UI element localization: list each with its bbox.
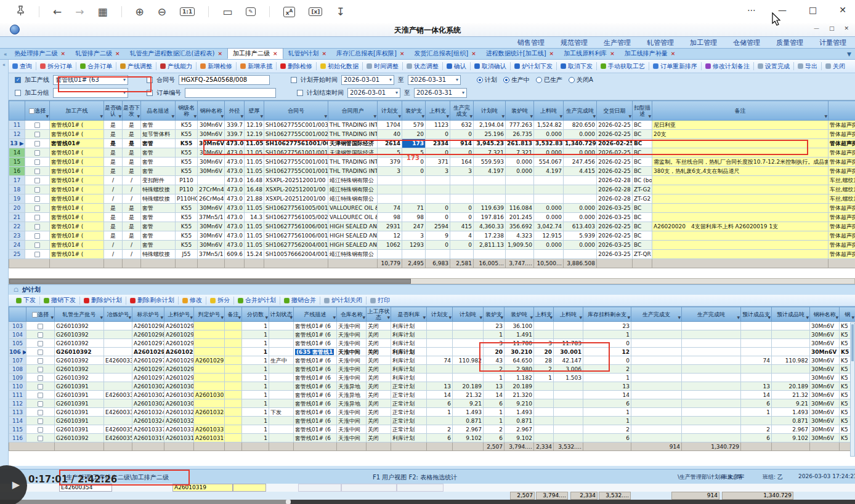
- cell[interactable]: 生产中: [269, 356, 294, 365]
- cell[interactable]: E42600358: [104, 425, 132, 434]
- cell[interactable]: A26010337: [132, 425, 164, 434]
- cell[interactable]: [682, 374, 741, 382]
- cell[interactable]: BC: [633, 148, 652, 158]
- cell[interactable]: [506, 176, 534, 185]
- cell[interactable]: 天淮中间: [337, 348, 367, 356]
- cell[interactable]: G26010392: [55, 330, 104, 339]
- cell[interactable]: 靖江特殊钢有限公: [328, 176, 378, 185]
- filter-icon[interactable]: ▼: [737, 314, 740, 321]
- cell[interactable]: [554, 382, 583, 391]
- cell[interactable]: 1: [583, 374, 631, 382]
- col-header-合同用户[interactable]: 合同用户▼: [328, 101, 378, 121]
- cell[interactable]: K55: [176, 167, 198, 176]
- cell[interactable]: [474, 194, 506, 204]
- cell[interactable]: 靖江特殊钢有限公: [328, 194, 378, 204]
- app-minimize-icon[interactable]: —: [814, 25, 819, 31]
- cell[interactable]: 339.7: [225, 130, 245, 139]
- cell[interactable]: SH10627755C001/003: [264, 121, 328, 130]
- row-checkbox[interactable]: [38, 393, 43, 398]
- cell[interactable]: 14: [484, 391, 504, 399]
- cell[interactable]: 473.0: [225, 148, 245, 158]
- cell[interactable]: [631, 374, 682, 382]
- header-checkbox[interactable]: [32, 312, 38, 318]
- more-menu-icon[interactable]: ⋯: [747, 5, 756, 15]
- cell[interactable]: 0.000: [564, 204, 597, 213]
- cell[interactable]: 特殊螺纹接: [141, 185, 176, 194]
- row-number[interactable]: 11: [9, 121, 25, 130]
- toolbar-button-删除炉计划[interactable]: 删除炉计划: [81, 296, 124, 305]
- scrubber-handle[interactable]: [286, 500, 291, 504]
- cell[interactable]: 3: [402, 231, 426, 241]
- cell[interactable]: 17.238: [474, 231, 506, 241]
- cell[interactable]: A26010324: [132, 417, 164, 425]
- cell[interactable]: 套管线01# (: [50, 194, 104, 204]
- filter-icon[interactable]: ▼: [324, 113, 327, 119]
- group-filter-checkbox[interactable]: [15, 90, 21, 96]
- cell[interactable]: G26010392: [55, 365, 104, 374]
- cell[interactable]: 是: [123, 222, 141, 231]
- cell[interactable]: [378, 250, 402, 259]
- cell[interactable]: SH106277561005/002: [264, 213, 328, 222]
- cell[interactable]: 套管线01# (6: [294, 425, 337, 434]
- cell[interactable]: BC: [633, 139, 652, 148]
- cell[interactable]: 0.000: [506, 158, 534, 167]
- col-header-计划吨[interactable]: 计划吨▼: [474, 101, 506, 121]
- cell[interactable]: 1062: [378, 241, 402, 250]
- cell[interactable]: 天淮中间: [337, 408, 367, 417]
- cell[interactable]: 28: [534, 356, 554, 365]
- cell[interactable]: 天淮中间: [337, 322, 367, 330]
- cell[interactable]: 0: [426, 213, 450, 222]
- filter-icon[interactable]: ▼: [238, 314, 241, 321]
- cell[interactable]: 473.0: [225, 158, 245, 167]
- cell[interactable]: 473.0: [225, 185, 245, 194]
- cell[interactable]: [450, 250, 474, 259]
- cell[interactable]: G26010392: [55, 434, 104, 442]
- cell[interactable]: 2.967: [504, 425, 534, 434]
- cell[interactable]: 2026-03-25: [597, 204, 633, 213]
- row-checkbox[interactable]: [34, 224, 40, 230]
- cell[interactable]: 30Mn6V: [810, 408, 840, 417]
- row-select-cell[interactable]: [25, 213, 50, 222]
- cell[interactable]: 30Mn6V: [198, 158, 225, 167]
- cell[interactable]: [554, 322, 583, 330]
- cell[interactable]: 30Mn6V: [198, 148, 225, 158]
- cell[interactable]: 是: [104, 158, 123, 167]
- cell[interactable]: 1: [583, 330, 631, 339]
- tab-热处理排产二级[interactable]: 热处理排产二级×: [10, 48, 71, 59]
- cell[interactable]: 是: [104, 231, 123, 241]
- cell[interactable]: 套管线01# (: [50, 130, 104, 139]
- toolbar-button-撤销合并[interactable]: 撤销合并: [282, 296, 318, 305]
- cell[interactable]: 110.982: [453, 356, 484, 365]
- cell[interactable]: 11.05: [245, 231, 264, 241]
- toolbar-button-合并炉计划[interactable]: 合并炉计划: [235, 296, 278, 305]
- cell[interactable]: 1: [534, 374, 554, 382]
- cell[interactable]: [506, 250, 534, 259]
- filter-icon[interactable]: ▼: [160, 314, 163, 321]
- row-select-cell[interactable]: [26, 408, 55, 417]
- filter-icon[interactable]: ▼: [190, 314, 193, 321]
- toolbar-button-关闭[interactable]: 关闭: [823, 62, 848, 71]
- forward-icon[interactable]: →: [75, 7, 84, 17]
- col-header-交货日期[interactable]: 交货日期▼: [597, 101, 633, 121]
- filter-icon[interactable]: ▼: [530, 113, 533, 119]
- row-number[interactable]: 108: [9, 365, 26, 374]
- cell[interactable]: 26.735: [506, 130, 534, 139]
- row-number[interactable]: 109: [9, 374, 26, 382]
- cell[interactable]: 1,524.82: [534, 121, 564, 130]
- cell[interactable]: /: [123, 250, 141, 259]
- cell[interactable]: 管体超声探: [829, 250, 855, 259]
- filter-icon[interactable]: ▼: [265, 314, 268, 321]
- cell[interactable]: BC: [633, 213, 652, 222]
- cell[interactable]: 正常计划: [391, 391, 427, 399]
- cell[interactable]: 14.3: [245, 213, 264, 222]
- cell[interactable]: 98: [402, 213, 426, 222]
- cell[interactable]: 2026-02-28: [597, 176, 633, 185]
- cell[interactable]: 11.05: [245, 241, 264, 250]
- cell[interactable]: [741, 348, 772, 356]
- cell[interactable]: 6: [741, 399, 772, 408]
- row-select-cell[interactable]: [25, 250, 50, 259]
- cell[interactable]: 套管线01# (6: [294, 382, 337, 391]
- col-header-冶炼炉号[interactable]: 冶炼炉号▼: [104, 307, 132, 322]
- cell[interactable]: 261.813: [506, 139, 534, 148]
- cell[interactable]: 20.189: [504, 382, 534, 391]
